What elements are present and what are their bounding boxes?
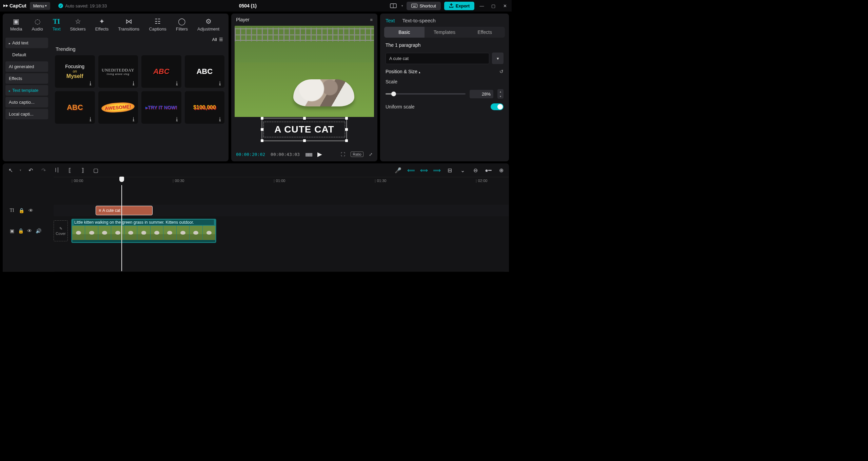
play-button[interactable]: ▶ [317, 151, 322, 158]
tab-adjustment[interactable]: ⚙Adjustment [193, 16, 224, 35]
download-icon[interactable]: ⭳ [218, 116, 222, 122]
lock-icon[interactable]: 🔒 [18, 228, 24, 234]
sidebar-local-captions[interactable]: Local capti... [5, 109, 48, 119]
tab-media[interactable]: ▣Media [5, 16, 27, 35]
resize-handle[interactable] [303, 139, 306, 142]
video-clip[interactable]: Little kitten walking on the green grass… [71, 219, 216, 243]
snap-icon[interactable]: ⊟ [446, 166, 453, 174]
inspector-tab-tts[interactable]: Text-to-speech [402, 18, 436, 23]
template-thumb[interactable]: ABC⭳ [185, 55, 225, 88]
download-icon[interactable]: ⭳ [131, 80, 136, 86]
maximize-button[interactable]: ▢ [489, 2, 497, 10]
paragraph-input[interactable]: A cute cat [386, 53, 489, 64]
timeline-scrollbar[interactable] [54, 271, 505, 272]
focus-icon[interactable]: ⛶ [341, 152, 345, 157]
tab-filters[interactable]: ◯Filters [171, 16, 193, 35]
grid-icon[interactable]: ▦▦ [305, 152, 312, 157]
preview-canvas[interactable]: A CUTE CAT [235, 26, 374, 147]
fullscreen-icon[interactable]: ⤢ [369, 152, 373, 157]
sidebar-add-text[interactable]: ▸Add text [5, 38, 48, 48]
player-menu-icon[interactable]: ≡ [370, 17, 373, 22]
sidebar-text-template[interactable]: ▸Text template [5, 85, 48, 96]
sidebar-ai-generated[interactable]: AI generated [5, 61, 48, 72]
template-thumb[interactable]: ABC⭳ [141, 55, 181, 88]
subtab-basic[interactable]: Basic [384, 27, 425, 38]
sidebar-effects[interactable]: Effects [5, 73, 48, 84]
ratio-button[interactable]: Ratio [351, 152, 363, 157]
filter-all[interactable]: All [212, 37, 217, 42]
scale-value[interactable]: 28% [470, 90, 493, 98]
magnet-start-icon[interactable]: ⟸ [407, 166, 415, 174]
zoom-slider-icon[interactable]: ●━ [485, 166, 492, 174]
filter-icon[interactable]: ☰ [219, 37, 223, 42]
download-icon[interactable]: ⭳ [218, 80, 222, 86]
template-thumb[interactable]: $100,000⭳ [185, 91, 225, 124]
download-icon[interactable]: ⭳ [175, 80, 179, 86]
cover-button[interactable]: ✎ Cover [54, 220, 68, 241]
inspector-tab-text[interactable]: Text [386, 18, 395, 23]
trim-right-tool[interactable]: ⟧ [79, 166, 86, 174]
paragraph-dropdown[interactable]: ▾ [492, 53, 504, 64]
resize-handle[interactable] [345, 139, 348, 142]
subtab-effects[interactable]: Effects [465, 27, 505, 38]
close-button[interactable]: ✕ [501, 2, 509, 10]
tab-effects[interactable]: ✦Effects [91, 16, 114, 35]
download-icon[interactable]: ⭳ [175, 116, 179, 122]
resize-handle[interactable] [261, 139, 263, 142]
playhead[interactable] [121, 185, 122, 271]
subtab-templates[interactable]: Templates [425, 27, 465, 38]
menu-button[interactable]: Menu▾ [30, 2, 51, 10]
scale-stepper[interactable]: ▴▾ [497, 89, 504, 99]
reset-icon[interactable]: ↺ [499, 69, 504, 74]
select-tool[interactable]: ↖ [7, 166, 14, 174]
resize-handle[interactable] [261, 128, 263, 131]
sidebar-auto-captions[interactable]: Auto captio... [5, 97, 48, 107]
timeline-tracks[interactable]: TI 🔒 👁 ≡ A cute cat ▣ 🔒 👁 🔊 ✎ [3, 185, 509, 271]
mic-icon[interactable]: 🎤 [394, 166, 402, 174]
zoom-in-icon[interactable]: ⊕ [497, 166, 505, 174]
text-clip[interactable]: ≡ A cute cat [96, 206, 153, 215]
eye-icon[interactable]: 👁 [28, 208, 34, 213]
mute-icon[interactable]: 🔊 [35, 228, 41, 234]
eye-icon[interactable]: 👁 [26, 228, 33, 234]
resize-handle[interactable] [303, 117, 306, 120]
position-size-label[interactable]: Position & Size ▴ [386, 69, 420, 74]
preview-mode-icon[interactable]: ⌄ [459, 166, 466, 174]
uniform-scale-toggle[interactable] [491, 103, 504, 110]
template-thumb[interactable]: ABC⭳ [55, 91, 95, 124]
resize-handle[interactable] [345, 117, 348, 120]
tab-text[interactable]: TIText [48, 16, 65, 35]
download-icon[interactable]: ⭳ [131, 116, 136, 122]
export-button[interactable]: Export [444, 2, 474, 10]
template-thumb[interactable]: ▸TRY IT NOW!⭳ [141, 91, 181, 124]
sidebar-default[interactable]: Default [5, 49, 48, 60]
download-icon[interactable]: ⭳ [88, 116, 93, 122]
resize-handle[interactable] [261, 117, 263, 120]
trim-left-tool[interactable]: ⟦ [66, 166, 74, 174]
scale-slider[interactable] [386, 93, 466, 95]
tab-transitions[interactable]: ⋈Transitions [113, 16, 144, 35]
project-title[interactable]: 0504 (1) [110, 3, 385, 8]
magnet-end-icon[interactable]: ⟹ [433, 166, 440, 174]
shortcut-button[interactable]: Shortcut [407, 2, 440, 10]
split-tool[interactable]: 〢 [53, 166, 61, 174]
template-thumb[interactable]: UNEDITEDDAYliving alone vlog⭳ [98, 55, 138, 88]
template-thumb[interactable]: AWESOME!⭳ [98, 91, 138, 124]
redo-button[interactable]: ↷ [40, 166, 47, 174]
filters-icon: ◯ [178, 18, 185, 25]
undo-button[interactable]: ↶ [27, 166, 34, 174]
delete-tool[interactable]: ▢ [92, 166, 99, 174]
download-icon[interactable]: ⭳ [88, 80, 93, 86]
text-overlay[interactable]: A CUTE CAT [262, 118, 347, 141]
lock-icon[interactable]: 🔒 [18, 208, 24, 213]
timeline-panel: ↖▾ ↶ ↷ 〢 ⟦ ⟧ ▢ 🎤 ⟸ ⟺ ⟹ ⊟ ⌄ ⊖ ●━ ⊕ 00:00 … [3, 163, 509, 272]
tab-audio[interactable]: ◌Audio [27, 16, 47, 35]
resize-handle[interactable] [345, 128, 348, 131]
minimize-button[interactable]: — [478, 2, 486, 10]
tab-captions[interactable]: ☷Captions [144, 16, 171, 35]
tab-stickers[interactable]: ☆Stickers [65, 16, 91, 35]
magnet-center-icon[interactable]: ⟺ [420, 166, 428, 174]
template-thumb[interactable]: FocusingonMyself⭳ [55, 55, 95, 88]
zoom-out-icon[interactable]: ⊖ [472, 166, 479, 174]
layout-icon[interactable] [389, 2, 398, 10]
